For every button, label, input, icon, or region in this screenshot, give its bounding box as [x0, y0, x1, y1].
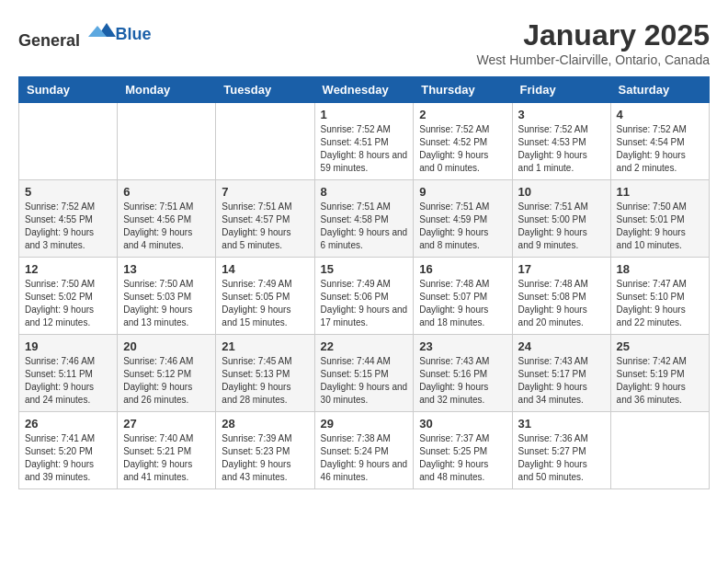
calendar-table: SundayMondayTuesdayWednesdayThursdayFrid… — [18, 76, 710, 489]
calendar-cell: 1Sunrise: 7:52 AMSunset: 4:51 PMDaylight… — [314, 103, 414, 180]
day-number: 10 — [518, 185, 605, 199]
calendar-cell: 6Sunrise: 7:51 AMSunset: 4:56 PMDaylight… — [118, 180, 216, 258]
calendar-subtitle: West Humber-Clairville, Ontario, Canada — [477, 52, 710, 67]
day-info: Sunrise: 7:43 AMSunset: 5:16 PMDaylight:… — [419, 355, 506, 407]
calendar-cell: 17Sunrise: 7:48 AMSunset: 5:08 PMDayligh… — [512, 258, 610, 335]
day-number: 2 — [419, 108, 506, 121]
day-info: Sunrise: 7:46 AMSunset: 5:11 PMDaylight:… — [25, 355, 111, 407]
calendar-cell: 2Sunrise: 7:52 AMSunset: 4:52 PMDaylight… — [414, 103, 512, 180]
day-info: Sunrise: 7:46 AMSunset: 5:12 PMDaylight:… — [123, 355, 210, 407]
day-info: Sunrise: 7:51 AMSunset: 4:57 PMDaylight:… — [222, 201, 308, 252]
calendar-cell: 24Sunrise: 7:43 AMSunset: 5:17 PMDayligh… — [512, 335, 610, 412]
calendar-cell — [610, 412, 709, 489]
calendar-cell: 7Sunrise: 7:51 AMSunset: 4:57 PMDaylight… — [216, 180, 314, 258]
day-number: 27 — [123, 417, 210, 431]
calendar-cell: 8Sunrise: 7:51 AMSunset: 4:58 PMDaylight… — [314, 180, 414, 258]
weekday-header: Friday — [512, 77, 610, 103]
calendar-cell: 31Sunrise: 7:36 AMSunset: 5:27 PMDayligh… — [512, 412, 610, 489]
calendar-week-row: 26Sunrise: 7:41 AMSunset: 5:20 PMDayligh… — [19, 412, 710, 489]
weekday-header: Wednesday — [314, 77, 414, 103]
day-number: 5 — [25, 185, 111, 199]
day-info: Sunrise: 7:40 AMSunset: 5:21 PMDaylight:… — [123, 432, 210, 484]
calendar-cell — [216, 103, 314, 180]
day-number: 21 — [222, 339, 308, 353]
day-number: 8 — [321, 185, 408, 199]
day-number: 1 — [321, 108, 408, 121]
weekday-header: Tuesday — [216, 77, 314, 103]
day-info: Sunrise: 7:50 AMSunset: 5:02 PMDaylight:… — [25, 278, 111, 329]
logo-general: General — [18, 31, 80, 50]
day-number: 6 — [123, 185, 210, 199]
day-info: Sunrise: 7:47 AMSunset: 5:10 PMDaylight:… — [617, 278, 703, 329]
title-area: January 2025 West Humber-Clairville, Ont… — [477, 18, 710, 67]
calendar-week-row: 19Sunrise: 7:46 AMSunset: 5:11 PMDayligh… — [19, 335, 710, 412]
calendar-cell: 21Sunrise: 7:45 AMSunset: 5:13 PMDayligh… — [216, 335, 314, 412]
calendar-cell: 5Sunrise: 7:52 AMSunset: 4:55 PMDaylight… — [19, 180, 118, 258]
calendar-week-row: 1Sunrise: 7:52 AMSunset: 4:51 PMDaylight… — [19, 103, 710, 180]
day-info: Sunrise: 7:43 AMSunset: 5:17 PMDaylight:… — [518, 355, 605, 407]
day-info: Sunrise: 7:48 AMSunset: 5:07 PMDaylight:… — [419, 278, 506, 329]
day-number: 4 — [617, 108, 703, 121]
calendar-cell: 26Sunrise: 7:41 AMSunset: 5:20 PMDayligh… — [19, 412, 118, 489]
day-info: Sunrise: 7:44 AMSunset: 5:15 PMDaylight:… — [321, 355, 408, 407]
day-info: Sunrise: 7:39 AMSunset: 5:23 PMDaylight:… — [222, 432, 308, 484]
calendar-cell: 4Sunrise: 7:52 AMSunset: 4:54 PMDaylight… — [610, 103, 709, 180]
day-info: Sunrise: 7:45 AMSunset: 5:13 PMDaylight:… — [222, 355, 308, 407]
weekday-header: Sunday — [19, 77, 118, 103]
calendar-cell: 15Sunrise: 7:49 AMSunset: 5:06 PMDayligh… — [314, 258, 414, 335]
day-number: 14 — [222, 262, 308, 276]
calendar-cell: 28Sunrise: 7:39 AMSunset: 5:23 PMDayligh… — [216, 412, 314, 489]
calendar-cell: 18Sunrise: 7:47 AMSunset: 5:10 PMDayligh… — [610, 258, 709, 335]
calendar-cell: 25Sunrise: 7:42 AMSunset: 5:19 PMDayligh… — [610, 335, 709, 412]
page-header: General Blue January 2025 West Humber-Cl… — [18, 18, 710, 67]
calendar-header-row: SundayMondayTuesdayWednesdayThursdayFrid… — [19, 77, 710, 103]
day-number: 30 — [419, 417, 506, 431]
day-info: Sunrise: 7:37 AMSunset: 5:25 PMDaylight:… — [419, 432, 506, 484]
day-info: Sunrise: 7:52 AMSunset: 4:55 PMDaylight:… — [25, 201, 111, 252]
day-number: 28 — [222, 417, 308, 431]
calendar-cell: 12Sunrise: 7:50 AMSunset: 5:02 PMDayligh… — [19, 258, 118, 335]
calendar-cell: 20Sunrise: 7:46 AMSunset: 5:12 PMDayligh… — [118, 335, 216, 412]
calendar-cell: 14Sunrise: 7:49 AMSunset: 5:05 PMDayligh… — [216, 258, 314, 335]
calendar-cell: 9Sunrise: 7:51 AMSunset: 4:59 PMDaylight… — [414, 180, 512, 258]
calendar-title: January 2025 — [477, 18, 710, 52]
day-number: 16 — [419, 262, 506, 276]
day-number: 31 — [518, 417, 605, 431]
calendar-cell: 23Sunrise: 7:43 AMSunset: 5:16 PMDayligh… — [414, 335, 512, 412]
day-number: 3 — [518, 108, 605, 121]
weekday-header: Monday — [118, 77, 216, 103]
day-number: 13 — [123, 262, 210, 276]
calendar-cell: 13Sunrise: 7:50 AMSunset: 5:03 PMDayligh… — [118, 258, 216, 335]
day-info: Sunrise: 7:48 AMSunset: 5:08 PMDaylight:… — [518, 278, 605, 329]
day-number: 7 — [222, 185, 308, 199]
calendar-cell: 10Sunrise: 7:51 AMSunset: 5:00 PMDayligh… — [512, 180, 610, 258]
day-info: Sunrise: 7:52 AMSunset: 4:51 PMDaylight:… — [321, 123, 408, 175]
day-number: 12 — [25, 262, 111, 276]
day-number: 19 — [25, 339, 111, 353]
day-number: 11 — [617, 185, 703, 199]
calendar-cell — [19, 103, 118, 180]
day-info: Sunrise: 7:51 AMSunset: 4:59 PMDaylight:… — [419, 201, 506, 252]
day-info: Sunrise: 7:49 AMSunset: 5:05 PMDaylight:… — [222, 278, 308, 329]
day-info: Sunrise: 7:52 AMSunset: 4:52 PMDaylight:… — [419, 123, 506, 175]
day-number: 15 — [321, 262, 408, 276]
calendar-cell: 22Sunrise: 7:44 AMSunset: 5:15 PMDayligh… — [314, 335, 414, 412]
day-info: Sunrise: 7:52 AMSunset: 4:53 PMDaylight:… — [518, 123, 605, 175]
day-number: 17 — [518, 262, 605, 276]
weekday-header: Thursday — [414, 77, 512, 103]
day-number: 24 — [518, 339, 605, 353]
logo-icon — [88, 18, 116, 46]
calendar-cell: 3Sunrise: 7:52 AMSunset: 4:53 PMDaylight… — [512, 103, 610, 180]
day-number: 23 — [419, 339, 506, 353]
calendar-cell: 19Sunrise: 7:46 AMSunset: 5:11 PMDayligh… — [19, 335, 118, 412]
day-info: Sunrise: 7:49 AMSunset: 5:06 PMDaylight:… — [321, 278, 408, 329]
weekday-header: Saturday — [610, 77, 709, 103]
calendar-cell: 30Sunrise: 7:37 AMSunset: 5:25 PMDayligh… — [414, 412, 512, 489]
calendar-cell: 11Sunrise: 7:50 AMSunset: 5:01 PMDayligh… — [610, 180, 709, 258]
day-info: Sunrise: 7:52 AMSunset: 4:54 PMDaylight:… — [617, 123, 703, 175]
calendar-cell: 29Sunrise: 7:38 AMSunset: 5:24 PMDayligh… — [314, 412, 414, 489]
calendar-week-row: 12Sunrise: 7:50 AMSunset: 5:02 PMDayligh… — [19, 258, 710, 335]
day-number: 26 — [25, 417, 111, 431]
day-number: 29 — [321, 417, 408, 431]
day-info: Sunrise: 7:51 AMSunset: 5:00 PMDaylight:… — [518, 201, 605, 252]
